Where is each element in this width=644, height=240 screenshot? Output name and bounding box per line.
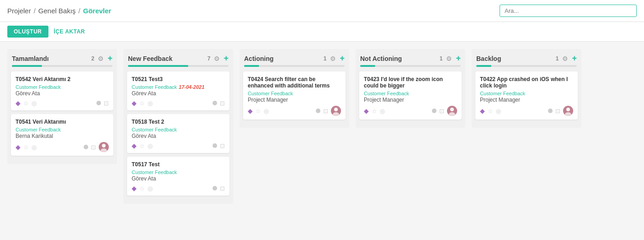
column-header-tamamlandi: Tamamlandı 2 ⚙ + <box>7 49 117 65</box>
card-right-new-feedback-0: ⊡ <box>213 100 225 107</box>
card-right-backlog-0: ⊡ <box>548 106 573 116</box>
column-progress-actioning <box>244 65 345 67</box>
card-assignee-not-actioning-0: Project Manager <box>364 97 457 103</box>
card-new-feedback-1[interactable]: T0518 Test 2 Customer Feedback Görev Ata… <box>127 114 229 153</box>
card-project-tamamlandi-1: Customer Feedback <box>16 127 61 132</box>
attach-icon-tamamlandi-0: ⊡ <box>104 100 109 107</box>
column-actioning: Actioning 1 ⚙ + T0424 Search filter can … <box>240 49 349 128</box>
clock-icon-new-feedback-0: ◎ <box>148 100 153 107</box>
clock-icon-tamamlandi-0: ◎ <box>32 100 37 107</box>
card-assignee-new-feedback-2: Görev Ata <box>132 175 225 182</box>
search-input[interactable] <box>500 5 637 17</box>
clock-icon-backlog-0: ◎ <box>496 108 501 115</box>
attach-icon-backlog-0: ⊡ <box>555 108 560 115</box>
column-title-new-feedback: New Feedback <box>128 55 172 62</box>
avatar-tamamlandi-1 <box>99 142 109 152</box>
settings-icon-actioning[interactable]: ⚙ <box>330 55 336 62</box>
settings-icon-new-feedback[interactable]: ⚙ <box>214 55 220 62</box>
status-dot-tamamlandi-0 <box>96 101 101 105</box>
add-icon-actioning[interactable]: + <box>340 54 345 63</box>
add-icon-not-actioning[interactable]: + <box>456 54 461 63</box>
clock-icon-not-actioning-0: ◎ <box>380 108 385 115</box>
clock-icon-new-feedback-2: ◎ <box>148 185 153 192</box>
svg-point-4 <box>334 108 338 111</box>
diamond-icon-new-feedback-0: ◆ <box>132 99 137 107</box>
card-id-new-feedback-1: T0518 Test 2 <box>132 119 225 125</box>
status-dot-new-feedback-1 <box>213 143 217 148</box>
card-footer-tamamlandi-0: ◆ ☆ ◎ ⊡ <box>16 99 109 107</box>
card-id-new-feedback-2: T0517 Test <box>132 161 225 168</box>
card-right-new-feedback-1: ⊡ <box>213 142 225 149</box>
breadcrumb-gorevler[interactable]: Görevler <box>83 7 112 15</box>
diamond-icon-new-feedback-1: ◆ <box>132 142 137 149</box>
add-icon-tamamlandi[interactable]: + <box>107 54 112 63</box>
card-icons-new-feedback-2: ◆ ☆ ◎ <box>132 185 153 192</box>
column-actions-backlog: 1 ⚙ + <box>556 54 577 63</box>
diamond-icon-actioning-0: ◆ <box>248 107 253 115</box>
import-button[interactable]: İÇE AKTAR <box>54 28 85 35</box>
card-footer-new-feedback-0: ◆ ☆ ◎ ⊡ <box>132 99 225 107</box>
card-icons-tamamlandi-0: ◆ ☆ ◎ <box>16 99 37 107</box>
column-title-tamamlandi: Tamamlandı <box>12 55 49 62</box>
card-icons-actioning-0: ◆ ☆ ◎ <box>248 107 269 115</box>
settings-icon-not-actioning[interactable]: ⚙ <box>446 55 452 62</box>
card-tamamlandi-1[interactable]: T0541 Veri Aktarımı Customer Feedback Be… <box>11 114 113 156</box>
card-id-tamamlandi-0: T0542 Veri Aktarımı 2 <box>16 76 109 82</box>
star-icon-not-actioning-0: ☆ <box>372 108 377 115</box>
column-header-new-feedback: New Feedback 7 ⚙ + <box>123 49 233 65</box>
breadcrumb-sep1: / <box>34 7 36 15</box>
card-footer-not-actioning-0: ◆ ☆ ◎ ⊡ <box>364 106 457 116</box>
attach-icon-actioning-0: ⊡ <box>323 108 328 115</box>
diamond-icon-tamamlandi-1: ◆ <box>16 143 21 151</box>
card-project-actioning-0: Customer Feedback <box>248 91 293 96</box>
breadcrumb-projeler[interactable]: Projeler <box>7 7 31 15</box>
avatar-actioning-0 <box>331 106 341 116</box>
card-new-feedback-0[interactable]: T0521 Test3 Customer Feedback17-04-2021 … <box>127 71 229 110</box>
card-actioning-0[interactable]: T0424 Search filter can be enhanced with… <box>243 71 346 120</box>
add-icon-backlog[interactable]: + <box>572 54 577 63</box>
card-project-backlog-0: Customer Feedback <box>480 91 525 96</box>
column-actions-tamamlandi: 2 ⚙ + <box>91 54 112 63</box>
star-icon-tamamlandi-1: ☆ <box>23 144 29 151</box>
status-dot-new-feedback-2 <box>213 186 217 191</box>
column-count-not-actioning: 1 <box>440 55 443 62</box>
create-button[interactable]: OLUŞTUR <box>7 26 48 38</box>
column-header-backlog: Backlog 1 ⚙ + <box>472 49 581 65</box>
card-assignee-tamamlandi-0: Görev Ata <box>16 90 109 97</box>
card-assignee-actioning-0: Project Manager <box>248 97 341 103</box>
clock-icon-actioning-0: ◎ <box>264 108 269 115</box>
card-id-not-actioning-0: T0423 I'd love if the zoom icon could be… <box>364 76 457 89</box>
card-assignee-new-feedback-0: Görev Ata <box>132 90 225 97</box>
breadcrumb: Projeler / Genel Bakış / Görevler <box>7 7 111 15</box>
card-icons-backlog-0: ◆ ☆ ◎ <box>480 107 501 115</box>
card-project-new-feedback-0: Customer Feedback17-04-2021 <box>132 84 204 90</box>
column-progress-tamamlandi <box>12 65 112 67</box>
clock-icon-tamamlandi-1: ◎ <box>32 144 37 151</box>
card-right-tamamlandi-1: ⊡ <box>84 142 109 152</box>
card-icons-not-actioning-0: ◆ ☆ ◎ <box>364 107 385 115</box>
card-right-new-feedback-2: ⊡ <box>213 185 225 192</box>
card-icons-new-feedback-1: ◆ ☆ ◎ <box>132 142 153 149</box>
star-icon-new-feedback-1: ☆ <box>139 142 145 149</box>
card-new-feedback-2[interactable]: T0517 Test Customer Feedback Görev Ata ◆… <box>127 157 229 196</box>
card-backlog-0[interactable]: T0422 App crashed on iOS when I click lo… <box>475 71 578 120</box>
diamond-icon-backlog-0: ◆ <box>480 107 485 115</box>
star-icon-new-feedback-0: ☆ <box>139 100 145 107</box>
status-dot-new-feedback-0 <box>213 101 217 105</box>
settings-icon-backlog[interactable]: ⚙ <box>562 55 568 62</box>
attach-icon-new-feedback-1: ⊡ <box>220 142 225 149</box>
card-right-actioning-0: ⊡ <box>316 106 341 116</box>
card-not-actioning-0[interactable]: T0423 I'd love if the zoom icon could be… <box>359 71 462 120</box>
column-tamamlandi: Tamamlandı 2 ⚙ + T0542 Veri Aktarımı 2 C… <box>7 49 117 164</box>
card-footer-tamamlandi-1: ◆ ☆ ◎ ⊡ <box>16 142 109 152</box>
add-icon-new-feedback[interactable]: + <box>224 54 229 63</box>
column-progress-backlog <box>476 65 577 67</box>
column-count-backlog: 1 <box>556 55 559 62</box>
settings-icon-tamamlandi[interactable]: ⚙ <box>98 55 104 62</box>
card-tamamlandi-0[interactable]: T0542 Veri Aktarımı 2 Customer Feedback … <box>11 71 113 110</box>
card-icons-tamamlandi-1: ◆ ☆ ◎ <box>16 143 37 151</box>
breadcrumb-genel[interactable]: Genel Bakış <box>38 7 76 15</box>
attach-icon-new-feedback-2: ⊡ <box>220 185 225 192</box>
card-id-tamamlandi-1: T0541 Veri Aktarımı <box>16 119 109 125</box>
card-project-tamamlandi-0: Customer Feedback <box>16 84 61 90</box>
